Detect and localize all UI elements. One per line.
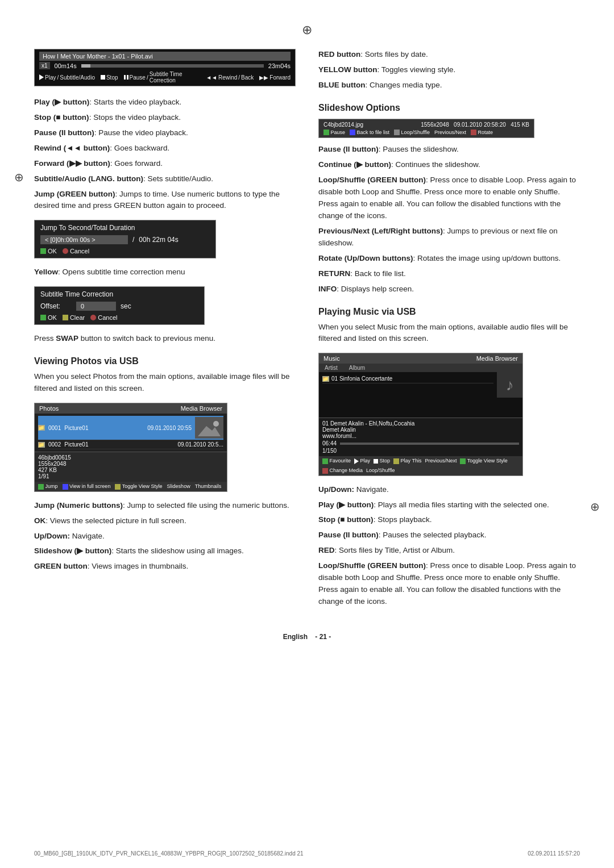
playing-music-heading: Playing Music via USB (318, 307, 580, 317)
music-list-item[interactable]: 📁 01 Sinfonia Concertante (322, 374, 493, 383)
music-tab-artist[interactable]: Artist (319, 364, 343, 372)
photos-ctrl-slideshow[interactable]: Slideshow (167, 483, 190, 490)
music-media-browser: Media Browser (476, 355, 518, 362)
music-ctrl-loop[interactable]: Loop/Shuffle (366, 468, 395, 474)
doc-footer: 00_MB60_[GB]_1910UK_IDTV_PVR_NICKEL16_40… (34, 850, 580, 857)
clear-yellow-icon (63, 315, 68, 320)
play-label: Play (45, 74, 56, 81)
music-box: Music Media Browser Artist Album 📁 01 Si… (318, 353, 523, 475)
music-ctrl-playthis[interactable]: Play This (393, 458, 421, 464)
desc-slideshow: Pause (II button): Pauses the slideshow.… (318, 144, 580, 295)
language-label: English (283, 633, 308, 641)
offset-label: Offset: (40, 302, 72, 310)
music-ctrl-stop[interactable]: Stop (374, 458, 390, 464)
ok-green-icon (40, 315, 46, 320)
subtitle-audio-label: Subtitle/Audio (60, 74, 95, 81)
total-time: 23m04s (268, 62, 291, 69)
forward-label: Forward (269, 74, 291, 81)
track-time: 06:44 (322, 440, 337, 446)
jump-ok-button[interactable]: OK (40, 248, 57, 254)
sl-ctrl-pause[interactable]: Pause (323, 130, 345, 136)
stop-icon (101, 75, 105, 80)
progress-bar-fill (81, 64, 90, 68)
compass-right-icon: ⊕ (590, 500, 600, 514)
photos-ctrl-thumbnails[interactable]: Thumbnails (195, 483, 222, 490)
music-note-icon: ♪ (497, 372, 522, 398)
subtitle-ok-button[interactable]: OK (40, 314, 57, 321)
track-progress: 1/150 (322, 448, 519, 454)
track-title: 01 Demet Akalin - Ehl,Noftu,Cocahia (322, 420, 519, 427)
sl-ctrl-back[interactable]: Back to file list (350, 130, 389, 136)
subtitle-time-box: Subtitle Time Correction Offset: sec OK … (34, 286, 205, 325)
subtitle-cancel-button[interactable]: Cancel (90, 314, 117, 321)
music-item-name: 01 Sinfonia Concertante (331, 375, 392, 382)
jump-box: Jump To Second/Total Duration / 00h 22m … (34, 220, 216, 258)
music-tab-album[interactable]: Album (343, 364, 371, 372)
music-progress-bar (340, 443, 519, 445)
desc-music: Up/Down: Navigate. Play (▶ button): Play… (318, 484, 580, 608)
photos-intro-desc: When you select Photos from the main opt… (34, 371, 296, 395)
music-ctrl-favourite[interactable]: Favourite (322, 458, 351, 464)
slideshow-meta: 1556x2048 09.01.2010 20:58:20 415 KB (421, 122, 529, 128)
slideshow-filename: C4bjbd2014.jpg (323, 122, 363, 128)
subtitle-box-title: Subtitle Time Correction (40, 290, 198, 298)
pause-control[interactable]: Pause/ Subtitle Time Correction (124, 71, 201, 84)
forward-control[interactable]: ▶▶Forward (259, 74, 291, 81)
sl-ctrl-rotate[interactable]: Rotate (471, 130, 493, 136)
photos-info-panel: 46bjbd00615 1556x2048 427 KB 1/91 (35, 452, 227, 482)
compass-top-icon: ⊕ (302, 23, 312, 37)
progress-bar (81, 64, 264, 68)
current-time: 00m14s (55, 62, 77, 69)
photo-thumbnail (195, 417, 223, 439)
subtitle-clear-button[interactable]: Clear (63, 314, 85, 321)
photos-ctrl-toggle[interactable]: Toggle View Style (115, 483, 162, 490)
music-intro-desc: When you select Music from the main opti… (318, 322, 580, 345)
compass-left-icon: ⊕ (14, 170, 24, 184)
clear-label: Clear (70, 314, 85, 321)
page-footer: English - 21 - (34, 633, 580, 641)
photo-name: Picture01 (64, 441, 88, 448)
photo-size-kb: 427 KB (38, 467, 223, 473)
sl-ctrl-prevnext[interactable]: Previous/Next (434, 130, 466, 136)
photos-list-item[interactable]: 📁 0001 Picture01 09.01.2010 20:55 (38, 416, 223, 440)
page-number: - 21 - (315, 633, 331, 641)
ok-label: OK (48, 248, 57, 254)
photo-name: Picture01 (64, 425, 88, 431)
music-ctrl-prevnext[interactable]: Previous/Next (425, 458, 457, 464)
slideshow-box: C4bjbd2014.jpg 1556x2048 09.01.2010 20:5… (318, 119, 534, 139)
sec-label: sec (121, 302, 131, 310)
photos-ctrl-fullscreen[interactable]: View in full screen (63, 483, 111, 490)
sl-ctrl-loop[interactable]: Loop/Shuffle (394, 130, 430, 136)
music-title: Music (323, 355, 340, 362)
music-ctrl-toggle[interactable]: Toggle View Style (460, 458, 507, 464)
music-controls: Favourite Play Stop Play This Previous/N… (319, 456, 522, 475)
music-ctrl-play[interactable]: Play (354, 458, 370, 464)
music-ctrl-changemedia[interactable]: Change Media (322, 468, 363, 474)
play-icon (39, 74, 44, 80)
ok-green-icon (40, 248, 46, 254)
swap-desc: Press SWAP button to switch back to prev… (34, 333, 296, 345)
stop-label: Stop (106, 74, 118, 81)
folder-icon: 📁 (38, 442, 45, 448)
video-title: How I Met Your Mother - 1x01 - Pilot.avi (39, 52, 291, 61)
jump-cancel-button[interactable]: Cancel (63, 248, 89, 254)
cancel-label: Cancel (98, 314, 117, 321)
cancel-label: Cancel (70, 248, 89, 254)
photos-ctrl-jump[interactable]: Jump (38, 483, 58, 490)
play-control[interactable]: Play/ Subtitle/Audio (39, 74, 95, 81)
jump-slash: / (132, 236, 134, 244)
ok-label: OK (48, 314, 57, 321)
offset-input[interactable] (76, 302, 116, 311)
pause-label: Pause (130, 74, 146, 81)
photos-box: Photos Media Browser 📁 0001 Picture01 09… (34, 403, 227, 492)
photos-title: Photos (39, 405, 59, 412)
photo-filename: 46bjbd00615 (38, 454, 223, 461)
desc-play: Play (▶ button): Starts the video playba… (34, 97, 296, 212)
rewind-label: Rewind (218, 74, 237, 81)
jump-input[interactable] (40, 235, 128, 244)
photos-list-item[interactable]: 📁 0002 Picture01 09.01.2010 20:5... (38, 440, 223, 449)
rewind-control[interactable]: ◄◄Rewind/ Back (206, 74, 254, 81)
photos-media-browser-label: Media Browser (181, 405, 222, 412)
photos-controls: Jump View in full screen Toggle View Sty… (35, 482, 227, 491)
stop-control[interactable]: Stop (101, 74, 118, 81)
